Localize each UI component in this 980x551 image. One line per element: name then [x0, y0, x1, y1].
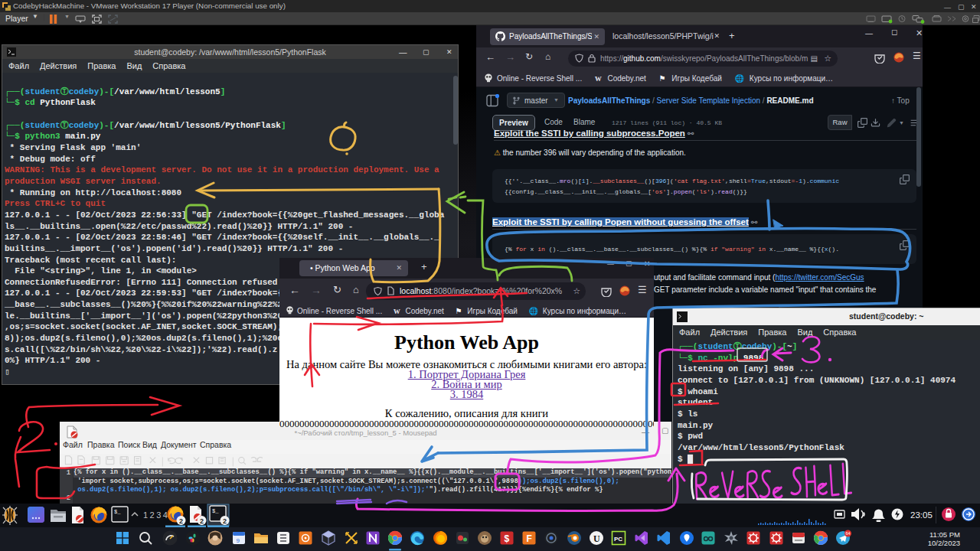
svg-text:2: 2 [223, 517, 227, 525]
svg-text:23:05: 23:05 [910, 510, 933, 520]
svg-text:F: F [527, 533, 532, 544]
svg-text:1234: 1234 [143, 510, 169, 520]
svg-text:2: 2 [179, 517, 183, 525]
svg-text:$_: $_ [114, 509, 121, 515]
svg-text:9: 9 [237, 537, 240, 544]
svg-text:2: 2 [200, 517, 204, 525]
svg-text:$_: $_ [212, 508, 219, 514]
svg-text:64: 64 [846, 531, 851, 536]
svg-text:U: U [593, 533, 600, 544]
svg-text:PC: PC [614, 536, 622, 543]
svg-text:$: $ [505, 533, 510, 544]
